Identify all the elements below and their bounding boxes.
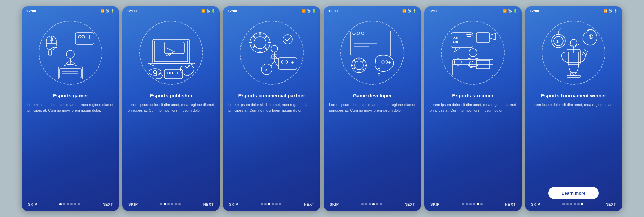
card-body-4: Lorem ipsum dolor sit dim amet, mea regi… [324, 102, 421, 202]
dot-1-4 [74, 203, 76, 205]
card-body-2: Lorem ipsum dolor sit dim amet, mea regi… [122, 102, 220, 202]
status-icons-4: 📶 📡 🔋 [402, 9, 416, 13]
svg-point-89 [469, 49, 477, 57]
dots-6 [562, 203, 583, 205]
wifi-icon-6: 📶 [604, 9, 607, 13]
illustration-5: ON AIR [436, 16, 510, 90]
svg-rect-86 [476, 33, 490, 43]
skip-button-5[interactable]: SKIP [430, 202, 440, 206]
svg-point-80 [378, 68, 380, 70]
svg-point-60 [357, 32, 360, 35]
svg-text:$: $ [590, 35, 592, 39]
illustration-2 [134, 16, 208, 90]
next-button-6[interactable]: NEXT [606, 202, 616, 206]
dot-2-5 [178, 203, 181, 205]
next-button-4[interactable]: NEXT [405, 202, 415, 206]
illustration-1 [34, 16, 107, 90]
svg-text:AIR: AIR [453, 41, 458, 44]
dot-4-3 [372, 203, 375, 205]
svg-rect-83 [451, 33, 473, 48]
learn-more-button[interactable]: Learn more [548, 187, 599, 199]
dot-5-4 [477, 203, 479, 205]
cards-container: 12:00 📶 📡 🔋 [15, 0, 629, 217]
wifi-icon-5: 📶 [503, 9, 507, 13]
wifi-icon-1: 📶 [101, 9, 104, 13]
svg-line-47 [274, 61, 278, 66]
svg-point-52 [285, 61, 288, 63]
card-title-4: Game developer [347, 92, 397, 99]
illustration-6: 1 $ [537, 16, 610, 90]
card-body-3: Lorem ipsum dolor sit dim amet, mea regi… [223, 102, 320, 202]
svg-point-51 [281, 61, 284, 63]
skip-button-6[interactable]: SKIP [531, 202, 540, 206]
status-time-3: 12:00 [228, 9, 237, 13]
svg-line-12 [70, 60, 75, 64]
svg-rect-96 [567, 75, 580, 77]
dot-3-0 [261, 203, 263, 205]
card-footer-1: SKIP NEXT [22, 202, 119, 206]
svg-line-41 [253, 46, 255, 48]
signal-icon-5: 📡 [508, 9, 512, 13]
gamer-icon [44, 26, 97, 79]
card-footer-5: SKIP NEXT [424, 202, 522, 206]
dot-6-5 [581, 203, 583, 205]
card-body-1: Lorem ipsum dolor sit dim amet, mea regi… [22, 102, 119, 202]
dot-2-1 [164, 203, 166, 205]
next-button-3[interactable]: NEXT [304, 202, 314, 206]
svg-line-75 [354, 67, 355, 69]
dots-1 [59, 203, 80, 205]
svg-rect-13 [59, 66, 82, 79]
card-esports-publisher: 12:00 📶 📡 🔋 [122, 6, 220, 211]
skip-button-3[interactable]: SKIP [229, 202, 238, 206]
dots-4 [361, 203, 382, 205]
skip-button-4[interactable]: SKIP [330, 202, 339, 206]
next-button-2[interactable]: NEXT [203, 202, 214, 206]
svg-point-59 [353, 32, 355, 35]
dot-1-1 [63, 203, 65, 205]
dot-2-3 [171, 203, 173, 205]
card-title-6: Esports tournament winner [535, 92, 611, 99]
card-body-5: Lorem ipsum dolor sit dim amet, mea regi… [424, 102, 522, 202]
svg-point-105 [570, 39, 577, 46]
streamer-icon: ON AIR [446, 26, 500, 79]
skip-button-2[interactable]: SKIP [128, 202, 138, 206]
svg-point-49 [283, 35, 292, 44]
svg-point-76 [382, 61, 384, 63]
battery-icon-1: 🔋 [111, 9, 114, 13]
dot-4-1 [365, 203, 367, 205]
svg-point-33 [254, 37, 266, 49]
dot-1-3 [70, 203, 73, 205]
svg-rect-22 [154, 41, 188, 62]
svg-point-9 [66, 50, 74, 58]
next-button-1[interactable]: NEXT [103, 202, 113, 206]
status-bar-1: 12:00 📶 📡 🔋 [22, 6, 119, 14]
status-time-5: 12:00 [429, 9, 438, 13]
card-game-developer: 12:00 📶 📡 🔋 [324, 6, 421, 211]
dots-3 [261, 203, 281, 205]
dot-5-5 [480, 203, 483, 205]
signal-icon-1: 📡 [106, 9, 109, 13]
dot-1-0 [59, 203, 62, 205]
svg-point-67 [355, 61, 363, 70]
svg-line-102 [558, 29, 561, 31]
battery-icon-6: 🔋 [614, 9, 618, 13]
status-time-4: 12:00 [328, 9, 338, 13]
card-footer-2: SKIP NEXT [122, 202, 220, 206]
dots-2 [160, 203, 181, 205]
svg-line-72 [354, 60, 355, 62]
status-icons-6: 📶 📡 🔋 [604, 9, 618, 13]
svg-point-82 [378, 73, 380, 75]
signal-icon-6: 📡 [609, 9, 612, 13]
battery-icon-5: 🔋 [513, 9, 517, 13]
publisher-icon [144, 26, 198, 79]
status-bar-2: 12:00 📶 📡 🔋 [122, 6, 220, 14]
skip-button-1[interactable]: SKIP [28, 202, 37, 206]
dot-5-0 [462, 203, 464, 205]
svg-text:$: $ [265, 67, 267, 72]
svg-point-29 [171, 72, 173, 74]
svg-point-26 [153, 70, 157, 74]
next-button-5[interactable]: NEXT [505, 202, 516, 206]
dot-5-2 [469, 203, 472, 205]
dot-4-2 [369, 203, 371, 205]
dot-1-5 [78, 203, 80, 205]
